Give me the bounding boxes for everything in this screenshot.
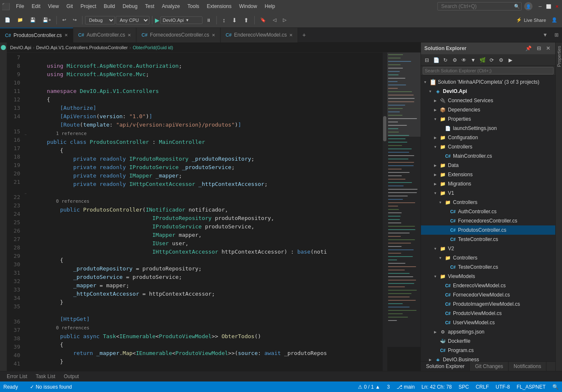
tab-close-produtoscontroller[interactable]: ✕ [64,33,68,37]
tab-fornecedorescontroller[interactable]: C# FornecedoresController.cs ✕ [136,28,221,42]
menu-build[interactable]: Build [101,3,119,10]
collapse-all-button[interactable]: ⊟ [423,56,431,64]
tree-produtoimagemviewmodel[interactable]: C# ProdutoImagemViewModel.cs [421,299,555,309]
tab-produtoscontroller[interactable]: C# ProdutosController.cs ✕ [0,28,73,42]
menu-test[interactable]: Test [142,3,158,10]
solution-explorer-pin-button[interactable]: 📌 [524,45,533,51]
tree-configuration[interactable]: ▶ 📁 Configuration [421,133,555,142]
start-debug-button[interactable]: ▶ [155,17,160,24]
solution-explorer-tab[interactable]: Solution Explorer [421,362,470,371]
tab-close-enderecoviewmodel[interactable]: ✕ [289,33,293,37]
tab-authcontroller[interactable]: C# AuthController.cs ✕ [73,28,136,42]
search-solution-input[interactable] [423,67,554,74]
tree-v2-controllers[interactable]: ▼ 📁 Controllers [421,253,555,262]
bottom-tab-output[interactable]: Output [60,373,82,380]
tree-produtoviewmodel[interactable]: C# ProdutoViewModel.cs [421,309,555,318]
redo-button[interactable]: ↪ [70,16,80,24]
tree-solution-root[interactable]: ▼ 📋 Solution 'MinhaAPICompleta' (3 of 3 … [421,77,555,87]
tree-enderecoviewmodel[interactable]: C# EnderecoViewModel.cs [421,281,555,290]
tab-enderecoviewmodel[interactable]: C# EnderecoViewModel.cs ✕ [221,28,298,42]
tree-testecontroller-v2[interactable]: C# TesteController.cs [421,262,555,272]
properties-button[interactable]: ⚙ [450,56,459,64]
sync-button[interactable]: ⟳ [487,56,496,64]
editor-scrollbar[interactable] [383,53,387,371]
encoding-indicator[interactable]: UTF-8 [495,384,510,390]
tree-dependencies[interactable]: ▶ 📦 Dependencies [421,105,555,114]
bottom-tab-error-list[interactable]: Error List [3,373,31,380]
menu-tools[interactable]: Tools [184,3,202,10]
run-settings-button[interactable]: ▶ [506,56,514,64]
cpu-config-dropdown[interactable]: Any CPU x64 [116,16,149,24]
menu-view[interactable]: View [45,3,62,10]
tree-viewmodels[interactable]: ▼ 📁 ViewModels [421,272,555,281]
show-all-files-button[interactable]: 📄 [432,56,440,64]
breadcrumb-devio[interactable]: DevIO.Api [10,45,31,50]
code-editor[interactable]: 7 8 9 10 11 12 13 14 15 16 17 18 19 20 2… [7,53,421,371]
live-share-button[interactable]: ⚡ Live Share [516,17,546,23]
save-button[interactable]: 💾 [27,16,39,24]
tree-controllers[interactable]: ▼ 📁 Controllers [421,142,555,151]
attach-button[interactable]: ⏸ [203,16,214,24]
new-tab-button[interactable]: + [300,32,308,38]
new-project-button[interactable]: 📄 [2,16,13,24]
editor-scrollbar-thumb[interactable] [383,116,386,141]
breadcrumb-method[interactable]: ObterPorId(Guid id) [133,45,173,50]
tree-fornecedorescontroller[interactable]: C# FornecedoresController.cs [421,216,555,225]
debug-config-dropdown[interactable]: Debug Release [85,16,115,24]
git-fetch-button[interactable]: ↕ [219,16,228,25]
tree-data[interactable]: ▶ 📁 Data [421,161,555,170]
refresh-button[interactable]: ↻ [441,56,450,64]
properties-panel-label[interactable]: Properties [556,42,562,70]
line-ending-indicator[interactable]: CRLF [476,384,489,390]
tree-maincontroller[interactable]: C# MainController.cs [421,151,555,161]
tree-testecontroller-v1[interactable]: C# TesteController.cs [421,235,555,244]
open-button[interactable]: 📁 [14,16,26,24]
notifications-tab[interactable]: Notifications [509,362,546,371]
tab-overflow-button[interactable]: ▼ [539,32,551,38]
tree-connected-services[interactable]: ▶ 🔌 Connected Services [421,96,555,105]
tree-v2[interactable]: ▼ 📁 V2 [421,244,555,253]
save-all-button[interactable]: 💾+ [40,16,54,24]
menu-debug[interactable]: Debug [119,3,141,10]
tab-close-fornecedorescontroller[interactable]: ✕ [212,33,215,37]
menu-git[interactable]: Git [63,3,76,10]
minimize-button[interactable]: ─ [537,3,543,10]
code-lines[interactable]: using Microsoft.AspNetCore.Authorization… [30,53,383,371]
solution-explorer-float-button[interactable]: ⊟ [535,45,543,51]
menu-help[interactable]: Help [261,3,279,10]
git-changes-tab[interactable]: Git Changes [470,362,509,371]
global-search-input[interactable] [437,2,522,11]
menu-extensions[interactable]: Extensions [203,3,235,10]
restore-button[interactable]: ⬜ [545,3,552,10]
tree-dockerfile[interactable]: 🐳 Dockerfile [421,336,555,346]
tree-launchsettings[interactable]: 📄 launchSettings.json [421,124,555,133]
language-indicator[interactable]: FL_ASPNET [517,384,546,390]
menu-project[interactable]: Project [77,3,99,10]
tab-close-authcontroller[interactable]: ✕ [128,33,131,37]
settings-button[interactable]: ⚙ [497,56,505,64]
tree-devio-business[interactable]: ▶ ◈ DevIO.Business [421,355,555,361]
tree-devio-api[interactable]: ▼ ◈ DevIO.Api [421,87,555,96]
tree-properties[interactable]: ▼ 📁 Properties [421,114,555,124]
run-target-dropdown[interactable]: DevIO.Api ▼ [160,16,202,24]
tree-v1[interactable]: ▼ 📁 V1 [421,188,555,198]
git-status-button[interactable]: 🌿 [478,56,487,64]
tree-appsettings[interactable]: ▶ ⚙ appsettings.json [421,327,555,336]
next-bookmark-button[interactable]: ▷ [280,16,289,24]
tree-fornecedorviewmodel[interactable]: C# FornecedorViewModel.cs [421,290,555,299]
tree-v1-controllers[interactable]: ▼ 📁 Controllers [421,198,555,207]
menu-analyze[interactable]: Analyze [159,3,184,10]
bookmark-button[interactable]: 🔖 [257,16,269,24]
git-pull-button[interactable]: ⬇ [229,16,240,25]
solution-explorer-close-button[interactable]: ✕ [544,45,552,51]
tree-migrations[interactable]: ▶ 📁 Migrations [421,179,555,188]
tree-program[interactable]: C# Program.cs [421,346,555,355]
undo-button[interactable]: ↩ [59,16,69,24]
tab-split-button[interactable]: ⊞ [551,32,562,38]
menu-file[interactable]: File [13,3,27,10]
prev-bookmark-button[interactable]: ◁ [270,16,279,24]
filter-button[interactable]: ▼ [469,56,477,64]
close-button[interactable]: ✕ [554,3,560,10]
git-branch-indicator[interactable]: ⎇ main [397,384,415,390]
git-push-button[interactable]: ⬆ [241,16,252,25]
